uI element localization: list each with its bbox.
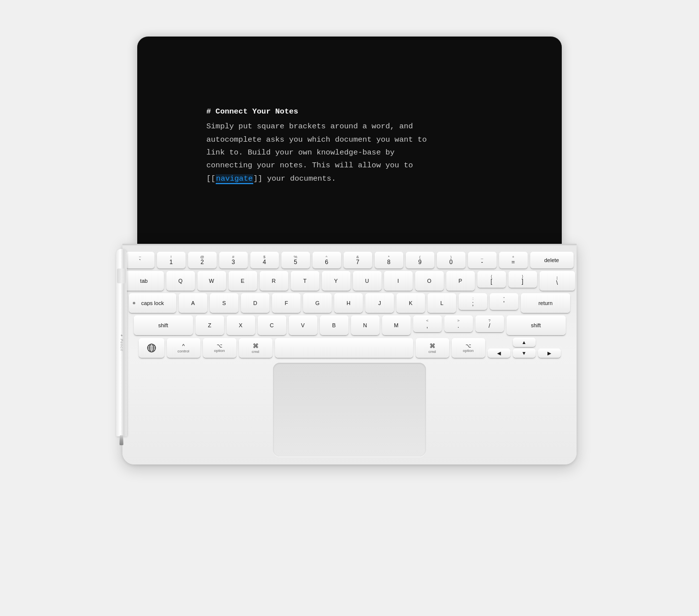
key-m[interactable]: M <box>382 315 411 335</box>
right-cmd-key[interactable]: ⌘ cmd <box>416 338 449 358</box>
key-5[interactable]: % 5 <box>281 252 310 269</box>
left-cmd-key[interactable]: ⌘ cmd <box>239 338 272 358</box>
key-f[interactable]: F <box>272 293 301 313</box>
key-8[interactable]: * 8 <box>375 252 403 269</box>
key-9[interactable]: ( 9 <box>406 252 434 269</box>
arrow-down-key[interactable]: ▼ <box>513 348 536 358</box>
caps-lock-key[interactable]: caps lock <box>129 293 176 313</box>
code-body: Simply put square brackets around a word… <box>206 120 537 185</box>
key-g[interactable]: G <box>303 293 332 313</box>
key-a[interactable]: A <box>179 293 207 313</box>
key-2[interactable]: @ 2 <box>188 252 217 269</box>
arrow-right-key[interactable]: ▶ <box>538 348 561 358</box>
code-line-5: [[navigate]] your documents. <box>206 172 537 185</box>
arrow-keys: ▲ ◀ ▼ ▶ <box>488 338 561 358</box>
key-l[interactable]: L <box>427 293 456 313</box>
arrow-up-row: ▲ <box>488 338 561 347</box>
key-tilde[interactable]: ~ ` <box>126 252 155 269</box>
key-r[interactable]: R <box>260 271 288 291</box>
key-comma[interactable]: < , <box>413 315 442 332</box>
globe-key[interactable] <box>139 338 164 358</box>
key-rows: ~ ` ! 1 @ 2 # 3 <box>130 252 569 358</box>
caps-lock-indicator <box>133 302 135 305</box>
bottom-row: ^ control ⌥ option ⌘ cmd ⌘ cmd <box>130 338 569 358</box>
ipad-device: # Connect Your Notes Simply put square b… <box>122 37 577 464</box>
key-u[interactable]: U <box>353 271 382 291</box>
bracket-suffix: ]] your documents. <box>253 174 336 183</box>
magic-keyboard: ~ ` ! 1 @ 2 # 3 <box>122 244 577 464</box>
key-4[interactable]: $ 4 <box>250 252 279 269</box>
key-s[interactable]: S <box>210 293 238 313</box>
qwerty-row: tab Q W E R T Y U I O P { [ <box>130 271 569 291</box>
apple-pencil: ✦ Pencil <box>116 249 127 436</box>
key-j[interactable]: J <box>365 293 394 313</box>
trackpad[interactable] <box>273 363 426 457</box>
scene: ✦ Pencil # Connect Your Notes Simply put… <box>90 37 609 579</box>
key-backslash[interactable]: | \ <box>540 271 575 291</box>
trackpad-area <box>130 358 569 464</box>
ipad-screen: # Connect Your Notes Simply put square b… <box>137 37 562 244</box>
key-k[interactable]: K <box>396 293 425 313</box>
key-close-bracket[interactable]: } ] <box>508 271 537 288</box>
space-key[interactable] <box>275 338 413 358</box>
key-v[interactable]: V <box>289 315 317 335</box>
key-o[interactable]: O <box>415 271 444 291</box>
code-line-3: link to. Build your own knowledge-base b… <box>206 146 537 159</box>
keyboard-top-edge <box>122 244 577 245</box>
key-semicolon[interactable]: : ; <box>459 293 487 310</box>
code-heading: # Connect Your Notes <box>206 105 537 118</box>
right-shift-key[interactable]: shift <box>506 315 566 335</box>
globe-icon <box>147 343 156 353</box>
key-equals[interactable]: + = <box>499 252 528 269</box>
bracket-prefix: [[ <box>206 174 216 183</box>
key-open-bracket[interactable]: { [ <box>477 271 506 288</box>
key-3[interactable]: # 3 <box>219 252 248 269</box>
left-option-key[interactable]: ⌥ option <box>203 338 236 358</box>
key-i[interactable]: I <box>384 271 413 291</box>
delete-key[interactable]: delete <box>530 252 574 269</box>
return-key[interactable]: return <box>521 293 570 313</box>
key-p[interactable]: P <box>446 271 475 291</box>
pencil-button <box>117 269 126 283</box>
key-minus[interactable]: _ - <box>468 252 497 269</box>
key-q[interactable]: Q <box>166 271 195 291</box>
code-line-2: autocomplete asks you which document you… <box>206 133 537 146</box>
code-line-4: connecting your notes. This will allow y… <box>206 159 537 172</box>
code-display: # Connect Your Notes Simply put square b… <box>206 105 537 185</box>
key-6[interactable]: ^ 6 <box>312 252 341 269</box>
key-z[interactable]: Z <box>195 315 224 335</box>
key-w[interactable]: W <box>197 271 226 291</box>
code-line-1: Simply put square brackets around a word… <box>206 120 537 133</box>
key-1[interactable]: ! 1 <box>157 252 186 269</box>
arrow-up-key[interactable]: ▲ <box>513 338 536 347</box>
control-key[interactable]: ^ control <box>167 338 200 358</box>
key-n[interactable]: N <box>351 315 380 335</box>
arrow-left-key[interactable]: ◀ <box>488 348 510 358</box>
key-h[interactable]: H <box>334 293 363 313</box>
key-e[interactable]: E <box>229 271 257 291</box>
arrow-lr-row: ◀ ▼ ▶ <box>488 348 561 358</box>
key-period[interactable]: > . <box>444 315 473 332</box>
key-b[interactable]: B <box>320 315 349 335</box>
tab-key[interactable]: tab <box>124 271 164 291</box>
key-quote[interactable]: " ' <box>490 293 518 310</box>
key-7[interactable]: & 7 <box>344 252 372 269</box>
highlighted-word: navigate <box>216 174 253 184</box>
right-option-key[interactable]: ⌥ option <box>452 338 485 358</box>
number-row: ~ ` ! 1 @ 2 # 3 <box>130 252 569 269</box>
key-0[interactable]: ) 0 <box>437 252 466 269</box>
pencil-label: ✦ Pencil <box>119 334 123 351</box>
asdf-row: caps lock A S D F G H J K L : ; <box>130 293 569 313</box>
zxcv-row: shift Z X C V B N M < , > . <box>130 315 569 335</box>
key-t[interactable]: T <box>291 271 319 291</box>
key-d[interactable]: D <box>241 293 270 313</box>
key-x[interactable]: X <box>227 315 255 335</box>
screen-content: # Connect Your Notes Simply put square b… <box>137 37 562 244</box>
key-slash[interactable]: ? / <box>475 315 504 332</box>
left-shift-key[interactable]: shift <box>134 315 193 335</box>
key-y[interactable]: Y <box>322 271 350 291</box>
key-c[interactable]: C <box>258 315 286 335</box>
